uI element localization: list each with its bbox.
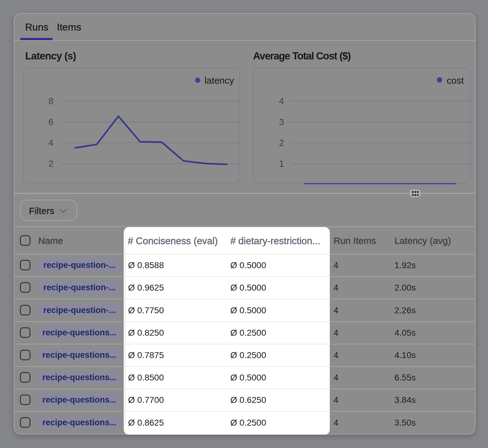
svg-text:3: 3 (279, 117, 284, 127)
svg-text:cost: cost (447, 75, 464, 86)
svg-text:4: 4 (279, 96, 284, 106)
svg-text:1: 1 (279, 159, 284, 169)
svg-text:6: 6 (48, 117, 53, 127)
svg-text:4: 4 (48, 138, 53, 148)
svg-text:8: 8 (48, 96, 53, 106)
svg-text:latency: latency (205, 75, 234, 86)
svg-text:2: 2 (279, 138, 284, 148)
svg-text:2: 2 (48, 159, 53, 169)
